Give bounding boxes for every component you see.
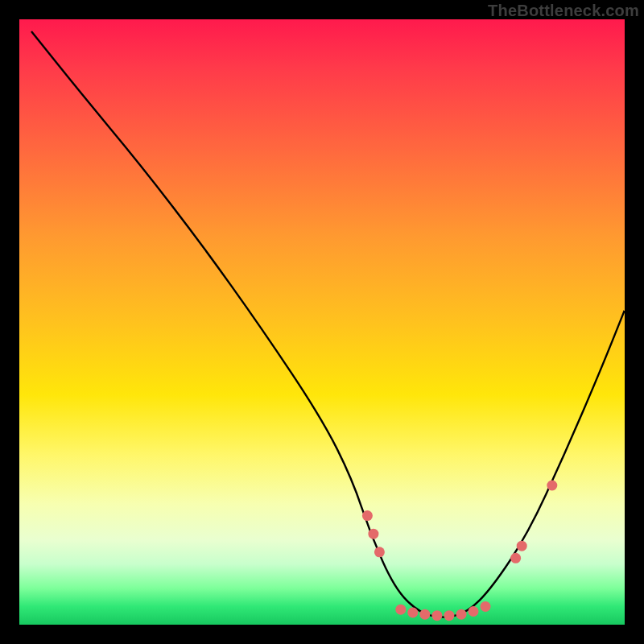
chart-frame [19,19,625,625]
watermark-text: TheBottleneck.com [488,2,639,20]
plot-area [19,19,625,625]
background-gradient [19,19,625,625]
